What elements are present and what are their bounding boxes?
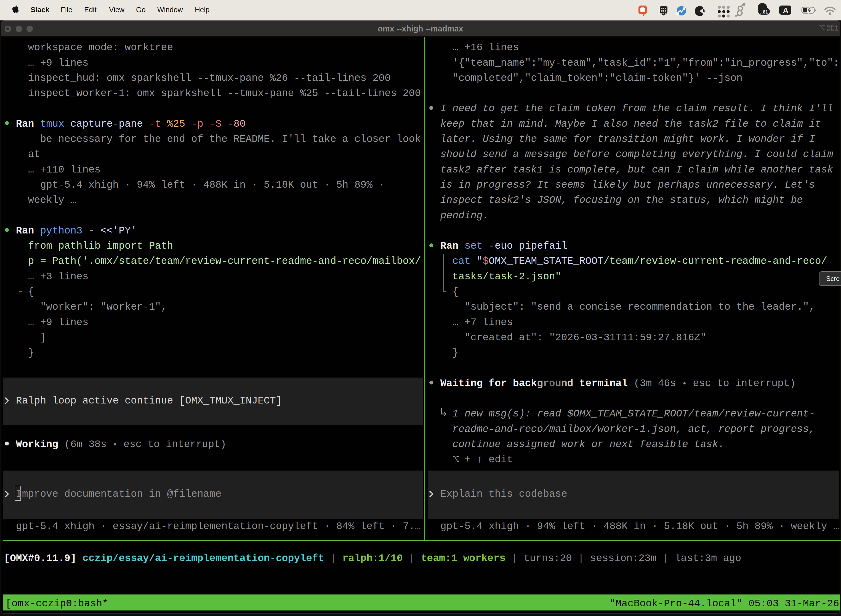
svg-text:1: 1 [834, 24, 838, 32]
svg-text:..61: ..61 [760, 9, 768, 15]
svg-text:A: A [783, 6, 788, 14]
